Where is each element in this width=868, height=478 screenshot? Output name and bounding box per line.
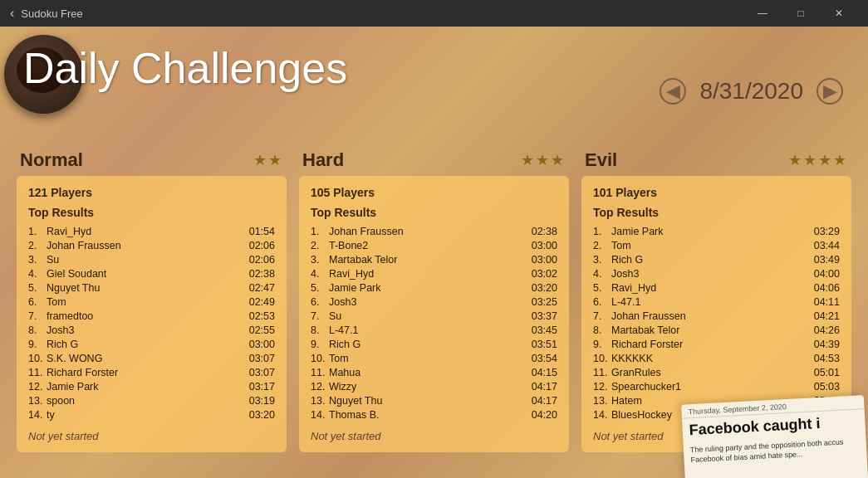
list-item: 2.Johan Fraussen02:06 — [28, 238, 275, 252]
player-time: 02:53 — [249, 310, 275, 322]
player-name: L-47.1 — [329, 324, 532, 336]
list-item: 1.Ravi_Hyd01:54 — [28, 224, 275, 238]
player-name: Tom — [47, 296, 249, 308]
normal-players-count: 121 Players — [28, 186, 275, 199]
rank-number: 3. — [311, 254, 329, 266]
next-date-button[interactable]: ▶ — [817, 78, 843, 105]
player-name: Richard Forster — [47, 367, 249, 378]
player-name: Ravi_Hyd — [611, 282, 814, 294]
list-item: 7.Su03:37 — [311, 309, 557, 323]
normal-results-list: 1.Ravi_Hyd01:542.Johan Fraussen02:063.Su… — [28, 224, 275, 422]
player-time: 05:03 — [814, 381, 840, 393]
rank-number: 4. — [311, 268, 329, 280]
player-time: 02:55 — [249, 324, 275, 336]
list-item: 9.Rich G03:51 — [311, 337, 557, 351]
list-item: 10.KKKKKK04:53 — [593, 351, 840, 365]
player-name: Thomas B. — [329, 409, 532, 421]
player-time: 03:29 — [814, 226, 840, 237]
rank-number: 13. — [311, 395, 329, 407]
close-button[interactable]: ✕ — [820, 0, 858, 27]
rank-number: 8. — [593, 324, 611, 336]
player-time: 03:17 — [249, 381, 275, 393]
list-item: 3.Martabak Telor03:00 — [311, 252, 557, 266]
list-item: 8.L-47.103:45 — [311, 323, 557, 337]
rank-number: 2. — [28, 240, 47, 251]
player-name: Su — [47, 254, 249, 266]
maximize-button[interactable]: □ — [782, 0, 820, 27]
player-time: 04:17 — [532, 395, 557, 407]
evil-title: Evil — [585, 149, 617, 171]
normal-not-started: Not yet started — [28, 430, 275, 442]
hard-stars: ★★★ — [521, 151, 566, 169]
player-time: 04:39 — [814, 339, 840, 350]
player-name: L-47.1 — [611, 296, 814, 308]
rank-number: 9. — [593, 339, 611, 350]
rank-number: 1. — [28, 226, 47, 237]
list-item: 8.Martabak Telor04:26 — [593, 323, 840, 337]
player-time: 03:00 — [249, 339, 275, 350]
rank-number: 11. — [28, 367, 47, 378]
rank-number: 14. — [593, 409, 611, 421]
player-name: Nguyet Thu — [329, 395, 532, 407]
player-name: Giel Soudant — [47, 268, 249, 280]
newspaper: Thursday, September 2, 2020 Facebook cau… — [681, 395, 868, 478]
rank-number: 7. — [28, 310, 47, 322]
player-name: Spearchucker1 — [611, 381, 814, 393]
player-name: Josh3 — [47, 324, 249, 336]
player-name: Nguyet Thu — [47, 282, 249, 294]
player-time: 04:00 — [814, 268, 840, 280]
rank-number: 13. — [593, 395, 611, 407]
rank-number: 1. — [593, 226, 611, 237]
list-item: 1.Johan Fraussen02:38 — [311, 224, 557, 238]
player-time: 03:00 — [532, 254, 557, 266]
player-name: GranRules — [611, 367, 814, 378]
player-name: Su — [329, 310, 532, 322]
normal-top-results-label: Top Results — [28, 206, 275, 219]
player-time: 03:00 — [532, 240, 557, 251]
hard-not-started: Not yet started — [311, 430, 557, 442]
list-item: 10.S.K. WONG03:07 — [28, 351, 275, 365]
list-item: 4.Josh304:00 — [593, 266, 840, 280]
player-name: Josh3 — [611, 268, 814, 280]
player-name: Martabak Telor — [329, 254, 532, 266]
rank-number: 3. — [593, 254, 611, 266]
rank-number: 6. — [593, 296, 611, 308]
hard-title: Hard — [302, 149, 344, 171]
list-item: 5.Nguyet Thu02:47 — [28, 280, 275, 295]
player-name: Martabak Telor — [611, 324, 814, 336]
list-item: 4.Giel Soudant02:38 — [28, 266, 275, 280]
player-name: Rich G — [47, 339, 249, 350]
rank-number: 5. — [593, 282, 611, 294]
rank-number: 11. — [593, 367, 611, 378]
player-name: ty — [47, 409, 249, 421]
list-item: 9.Richard Forster04:39 — [593, 337, 840, 351]
player-time: 02:47 — [249, 282, 275, 294]
rank-number: 10. — [311, 353, 329, 364]
evil-header: Evil★★★★ — [581, 149, 851, 171]
title-bar-left: ‹ Sudoku Free — [10, 6, 83, 21]
player-time: 03:20 — [532, 282, 557, 294]
player-name: T-Bone2 — [329, 240, 532, 251]
evil-players-count: 101 Players — [593, 186, 840, 199]
list-item: 6.Tom02:49 — [28, 295, 275, 309]
player-time: 03:44 — [814, 240, 840, 251]
prev-date-button[interactable]: ◀ — [660, 78, 686, 105]
player-time: 04:15 — [532, 367, 557, 378]
player-time: 05:01 — [814, 367, 840, 378]
list-item: 5.Jamie Park03:20 — [311, 280, 557, 295]
player-name: framedtoo — [47, 310, 249, 322]
normal-card: 121 PlayersTop Results1.Ravi_Hyd01:542.J… — [17, 176, 287, 452]
main-content: Daily Challenges ◀ 8/31/2020 ▶ Normal★★1… — [0, 27, 868, 478]
list-item: 11.Richard Forster03:07 — [28, 365, 275, 379]
player-name: Ravi_Hyd — [47, 226, 249, 237]
player-name: Tom — [611, 240, 814, 251]
player-time: 04:11 — [814, 296, 840, 308]
normal-header: Normal★★ — [17, 149, 287, 171]
player-name: Josh3 — [329, 296, 532, 308]
minimize-button[interactable]: — — [743, 0, 782, 27]
back-button[interactable]: ‹ — [10, 6, 14, 21]
hard-card: 105 PlayersTop Results1.Johan Fraussen02… — [299, 176, 569, 452]
player-name: S.K. WONG — [47, 353, 249, 364]
player-time: 03:54 — [532, 353, 557, 364]
page-title: Daily Challenges — [23, 43, 347, 93]
